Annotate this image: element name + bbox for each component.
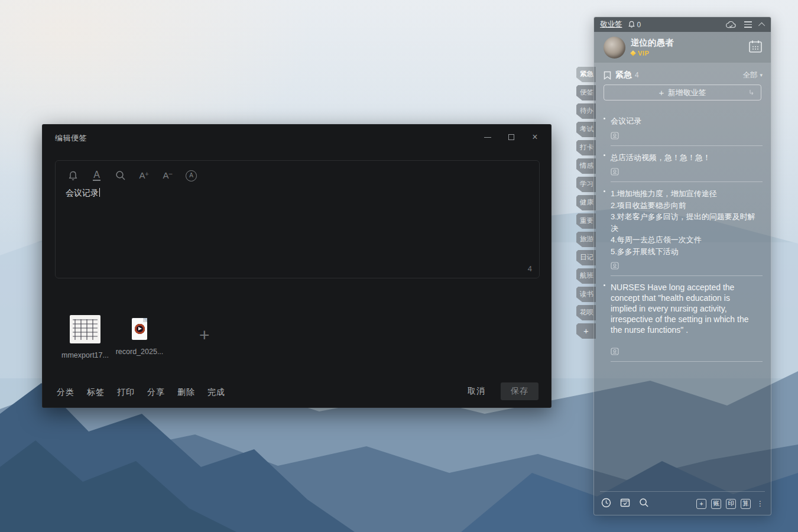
category-count: 4 bbox=[635, 71, 639, 79]
category-action[interactable]: 分类 bbox=[57, 387, 74, 398]
notification-bell[interactable]: 0 bbox=[628, 21, 641, 29]
font-decrease-icon[interactable]: A⁻ bbox=[161, 169, 174, 182]
save-button[interactable]: 保存 bbox=[501, 382, 539, 400]
ledger-button[interactable]: 账 bbox=[711, 499, 721, 509]
user-header: 逆位的愚者 VIP bbox=[594, 32, 771, 63]
new-note-label: 新增敬业签 bbox=[667, 87, 706, 98]
divider bbox=[611, 361, 763, 362]
note-text: 总店活动视频，急！急！急！ bbox=[611, 152, 763, 164]
note-bullet bbox=[604, 118, 605, 119]
print-button[interactable]: 印 bbox=[726, 499, 736, 509]
tag-action[interactable]: 标签 bbox=[87, 387, 105, 398]
plus-icon: + bbox=[659, 87, 664, 98]
add-attachment-button[interactable]: + bbox=[199, 326, 210, 344]
panel-titlebar: 敬业签 0 bbox=[594, 17, 771, 32]
search-icon[interactable] bbox=[639, 498, 649, 510]
filter-dropdown[interactable]: 全部 ▾ bbox=[742, 70, 763, 80]
attachment-indicator-icon bbox=[611, 131, 763, 140]
dialog-action-bar: 分类 标签 打印 分享 删除 完成 bbox=[57, 387, 225, 398]
todo-calendar-icon[interactable] bbox=[620, 498, 630, 510]
attachment-indicator-icon bbox=[611, 347, 763, 355]
attachment-indicator-icon bbox=[611, 261, 763, 270]
search-icon[interactable] bbox=[113, 169, 127, 182]
sticky-notes-panel: 敬业签 0 逆位的愚者 VIP bbox=[593, 17, 771, 515]
note-bullet bbox=[604, 284, 605, 286]
note-text: NURSES Have long accepted the concept th… bbox=[611, 282, 763, 335]
category-name: 紧急 bbox=[615, 70, 632, 80]
footer-divider bbox=[600, 491, 765, 492]
attachments-row: mmexport17... record_2025... + bbox=[58, 312, 210, 359]
complete-action[interactable]: 完成 bbox=[207, 387, 225, 398]
print-action[interactable]: 打印 bbox=[117, 387, 135, 398]
edit-note-dialog: 编辑便签 × A A⁺ A⁻ A 会议记录 4 bbox=[42, 124, 552, 408]
video-file-icon bbox=[132, 318, 147, 340]
bell-icon bbox=[628, 21, 635, 28]
attachment-filename: mmexport17... bbox=[61, 351, 109, 359]
font-color-icon[interactable]: A bbox=[90, 169, 103, 182]
bookmark-icon bbox=[604, 71, 611, 80]
quick-add-button[interactable]: + bbox=[696, 499, 706, 509]
window-controls: × bbox=[480, 129, 543, 145]
chevron-down-icon: ▾ bbox=[760, 72, 763, 78]
panel-footer: + 账 印 算 ⋮ bbox=[594, 492, 771, 515]
notification-count: 0 bbox=[637, 21, 641, 29]
calendar-icon[interactable] bbox=[748, 40, 763, 56]
category-header: 紧急 4 全部 ▾ bbox=[604, 69, 763, 81]
notes-list: 会议记录 总店活动视频，急！急！急！ 1.增加地推力度，增加宣传途径 2.项目收… bbox=[604, 109, 763, 362]
vip-diamond-icon bbox=[630, 50, 636, 56]
note-text: 会议记录 bbox=[611, 115, 763, 127]
note-item[interactable]: NURSES Have long accepted the concept th… bbox=[604, 276, 763, 362]
share-action[interactable]: 分享 bbox=[147, 387, 165, 398]
char-count: 4 bbox=[528, 264, 532, 273]
attachment-filename: record_2025... bbox=[116, 348, 164, 356]
minimize-icon bbox=[484, 137, 491, 138]
font-increase-icon[interactable]: A⁺ bbox=[137, 169, 151, 182]
desktop-wallpaper: 编辑便签 × A A⁺ A⁻ A 会议记录 4 bbox=[0, 0, 798, 532]
note-item[interactable]: 总店活动视频，急！急！急！ bbox=[604, 146, 763, 183]
text-convert-icon[interactable]: A bbox=[184, 169, 198, 182]
dialog-title: 编辑便签 bbox=[55, 133, 87, 144]
note-content[interactable]: 会议记录 bbox=[66, 188, 100, 199]
dialog-confirm-bar: 取消 保存 bbox=[468, 382, 539, 400]
image-thumbnail bbox=[70, 315, 100, 343]
note-editor-area[interactable]: A A⁺ A⁻ A 会议记录 4 bbox=[55, 160, 540, 278]
time-reminder-icon[interactable] bbox=[601, 498, 611, 510]
text-cursor bbox=[99, 188, 100, 197]
note-bullet bbox=[604, 190, 605, 192]
note-text: 1.增加地推力度，增加宣传途径 2.项目收益要稳步向前 3.对老客户多多回访，提… bbox=[611, 188, 763, 257]
delete-action[interactable]: 删除 bbox=[177, 387, 195, 398]
calculator-button[interactable]: 算 bbox=[741, 499, 751, 509]
note-bullet bbox=[604, 154, 605, 156]
attachment-video[interactable]: record_2025... bbox=[112, 312, 167, 356]
collapse-icon[interactable] bbox=[758, 22, 765, 28]
menu-icon[interactable] bbox=[744, 21, 752, 28]
close-button[interactable]: × bbox=[527, 129, 543, 145]
editor-toolbar: A A⁺ A⁻ A bbox=[66, 169, 198, 182]
user-name: 逆位的愚者 bbox=[631, 37, 674, 48]
attachment-indicator-icon bbox=[611, 167, 763, 176]
attachment-image[interactable]: mmexport17... bbox=[58, 312, 112, 359]
minimize-button[interactable] bbox=[480, 129, 495, 145]
maximize-icon bbox=[508, 134, 514, 140]
cloud-sync-icon[interactable] bbox=[726, 21, 736, 28]
new-note-button[interactable]: + 新增敬业签 bbox=[604, 85, 761, 100]
cancel-button[interactable]: 取消 bbox=[468, 386, 485, 397]
vip-badge: VIP bbox=[631, 50, 649, 57]
note-item[interactable]: 会议记录 bbox=[604, 109, 763, 146]
vip-label: VIP bbox=[638, 50, 649, 57]
more-options-icon[interactable]: ⋮ bbox=[757, 499, 764, 508]
note-content-text: 会议记录 bbox=[66, 188, 99, 197]
note-item[interactable]: 1.增加地推力度，增加宣传途径 2.项目收益要稳步向前 3.对老客户多多回访，提… bbox=[604, 182, 763, 276]
footer-left-icons bbox=[601, 498, 649, 510]
filter-value: 全部 bbox=[742, 70, 757, 80]
footer-right-icons: + 账 印 算 ⋮ bbox=[696, 499, 764, 509]
titlebar-actions bbox=[726, 21, 765, 28]
maximize-button[interactable] bbox=[504, 129, 519, 145]
app-title[interactable]: 敬业签 bbox=[600, 20, 622, 30]
reminder-bell-icon[interactable] bbox=[66, 169, 80, 182]
quick-create-icon[interactable] bbox=[747, 89, 755, 99]
user-avatar[interactable] bbox=[604, 37, 625, 59]
